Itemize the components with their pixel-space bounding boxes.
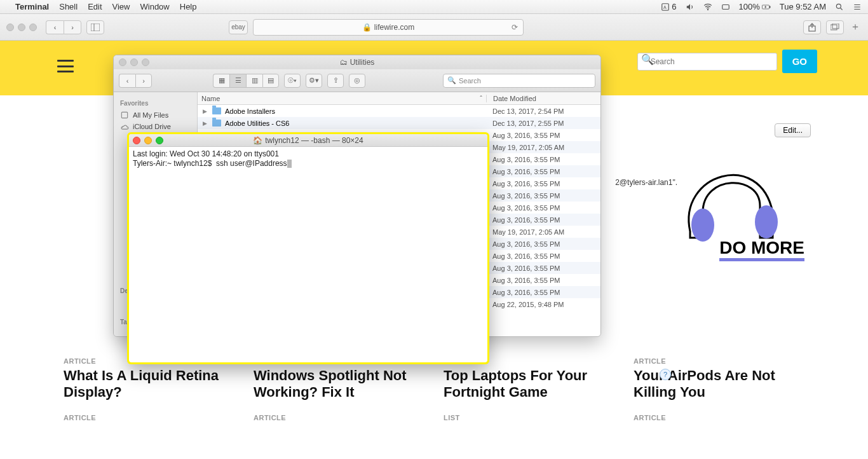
menu-view[interactable]: View (112, 2, 130, 11)
menu-window[interactable]: Window (140, 2, 170, 11)
share-button[interactable]: ⇪ (327, 74, 344, 88)
article-card[interactable]: ARTICLE Windows Spotlight Not Working? F… (254, 357, 424, 459)
tabs-overview-button[interactable] (826, 20, 844, 34)
terminal-line: Last login: Wed Oct 30 14:48:20 on ttys0… (133, 149, 279, 158)
article-kicker: LIST (444, 414, 614, 421)
svg-rect-10 (831, 25, 837, 30)
nav-back-button[interactable]: ‹ (119, 74, 135, 88)
file-date-text: Aug 3, 2016, 3:55 PM (486, 204, 600, 212)
clock[interactable]: Tue 9:52 AM (780, 2, 826, 11)
go-button[interactable]: GO (782, 50, 817, 73)
file-date-text: May 19, 2017, 2:05 AM (486, 144, 600, 151)
edit-button[interactable]: Edit... (775, 123, 811, 137)
zoom-button[interactable] (29, 24, 37, 31)
tags-button[interactable]: ◎ (349, 74, 365, 88)
spotlight-icon[interactable] (835, 3, 844, 11)
close-button[interactable] (6, 24, 14, 31)
adobe-notif-count: 6 (672, 2, 676, 11)
column-header-name[interactable]: Nameˆ (198, 95, 486, 102)
finder-search-placeholder: Search (459, 77, 481, 85)
safari-traffic-lights (6, 24, 37, 31)
file-date-text: Aug 3, 2016, 3:55 PM (486, 277, 600, 284)
sort-indicator-icon: ˆ (480, 95, 482, 102)
terminal-content[interactable]: Last login: Wed Oct 30 14:48:20 on ttys0… (129, 147, 487, 362)
nav-back-button[interactable]: ‹ (46, 20, 64, 34)
input-pad-icon[interactable] (721, 3, 730, 11)
view-columns-button[interactable]: ▥ (246, 74, 262, 88)
file-date-text: Aug 3, 2016, 3:55 PM (486, 216, 600, 224)
folder-icon (212, 120, 221, 127)
zoom-button[interactable] (142, 58, 149, 66)
column-headers: Nameˆ Date Modified (198, 92, 600, 105)
finder-search-field[interactable]: 🔍 Search (443, 74, 595, 88)
menu-help[interactable]: Help (180, 2, 197, 11)
folder-icon: 🗂 (340, 58, 348, 67)
close-button[interactable] (133, 137, 140, 144)
disclosure-triangle-icon[interactable]: ▶ (203, 108, 207, 114)
terminal-titlebar[interactable]: 🏠 twlynch12 — -bash — 80×24 (129, 134, 487, 147)
battery-status[interactable]: 100% (739, 2, 771, 11)
search-icon: 🔍 (641, 53, 654, 65)
terminal-window[interactable]: 🏠 twlynch12 — -bash — 80×24 Last login: … (129, 134, 487, 362)
view-list-button[interactable]: ☰ (229, 74, 246, 88)
view-icons-button[interactable]: ▦ (213, 74, 229, 88)
safari-address-bar[interactable]: 🔒 lifewire.com ⟳ (253, 19, 524, 36)
ebay-favicon-button[interactable]: ebay (229, 20, 248, 34)
volume-icon[interactable] (686, 3, 695, 11)
menubar-app-name[interactable]: Terminal (15, 2, 49, 11)
notification-center-icon[interactable] (853, 3, 862, 11)
reload-icon[interactable]: ⟳ (512, 23, 518, 32)
nav-forward-button[interactable]: › (135, 74, 152, 88)
menu-edit[interactable]: Edit (88, 2, 102, 11)
action-gear-button[interactable]: ⚙︎▾ (306, 74, 322, 88)
svg-text:A: A (663, 4, 667, 9)
svg-point-12 (691, 209, 714, 242)
new-tab-button[interactable]: ＋ (849, 21, 862, 34)
sidebar-item-icloud-drive[interactable]: iCloud Drive (119, 121, 192, 132)
article-headline: Windows Spotlight Not Working? Fix It (254, 367, 424, 401)
article-card[interactable]: LIST Top Laptops For Your Fortnight Game… (444, 357, 614, 459)
minimize-button[interactable] (18, 24, 25, 31)
site-search-input[interactable] (637, 53, 777, 71)
file-date-text: Aug 3, 2016, 3:55 PM (486, 180, 600, 188)
zoom-button[interactable] (156, 137, 163, 144)
hamburger-menu-icon[interactable] (57, 60, 74, 72)
minimize-button[interactable] (130, 58, 138, 66)
terminal-prompt-line: Tylers-Air:~ twlynch12$ ssh user@IPaddre… (133, 159, 287, 168)
view-gallery-button[interactable]: ▤ (262, 74, 279, 88)
adobe-cc-icon[interactable]: A6 (661, 2, 676, 11)
nav-forward-button[interactable]: › (64, 20, 81, 34)
help-icon[interactable]: ? (660, 369, 671, 380)
close-button[interactable] (119, 58, 126, 66)
finder-toolbar: ‹ › ▦ ☰ ▥ ▤ ⦾▾ ⚙︎▾ ⇪ ◎ 🔍 Search (114, 69, 600, 92)
finder-title-text: Utilities (350, 58, 375, 67)
section-title-do-more: DO MORE (719, 238, 804, 261)
finder-titlebar[interactable]: 🗂 Utilities (114, 55, 600, 69)
menu-shell[interactable]: Shell (59, 2, 78, 11)
svg-point-2 (707, 9, 708, 10)
lock-icon: 🔒 (362, 23, 372, 32)
share-button[interactable] (803, 20, 821, 34)
sidebar-toggle-button[interactable] (86, 20, 104, 34)
file-date-text: Aug 3, 2016, 3:55 PM (486, 252, 600, 260)
table-row[interactable]: ▶Adobe InstallersDec 13, 2017, 2:54 PM (198, 105, 600, 117)
article-card[interactable]: ARTICLE What Is A Liquid Retina Display?… (64, 357, 234, 459)
table-row[interactable]: ▶Adobe Utilities - CS6Dec 13, 2017, 2:55… (198, 117, 600, 129)
file-date-text: Aug 3, 2016, 3:55 PM (486, 192, 600, 200)
minimize-button[interactable] (144, 137, 152, 144)
arrange-button[interactable]: ⦾▾ (284, 74, 301, 88)
disclosure-triangle-icon[interactable]: ▶ (203, 120, 207, 127)
search-icon: 🔍 (447, 76, 456, 85)
sidebar-favorites-header: Favorites (120, 100, 192, 107)
file-date-text: Aug 3, 2016, 3:55 PM (486, 289, 600, 296)
column-header-date[interactable]: Date Modified (486, 95, 600, 102)
svg-rect-14 (121, 112, 127, 118)
article-kicker: ARTICLE (64, 414, 234, 421)
svg-rect-7 (91, 24, 100, 31)
wifi-icon[interactable] (703, 3, 712, 11)
file-date-text: Aug 3, 2016, 3:55 PM (486, 240, 600, 248)
sidebar-item-all-my-files[interactable]: All My Files (119, 109, 192, 121)
terminal-highlight-border: 🏠 twlynch12 — -bash — 80×24 Last login: … (127, 132, 489, 364)
file-date-text: Aug 3, 2016, 3:55 PM (486, 264, 600, 272)
svg-rect-3 (722, 4, 729, 9)
